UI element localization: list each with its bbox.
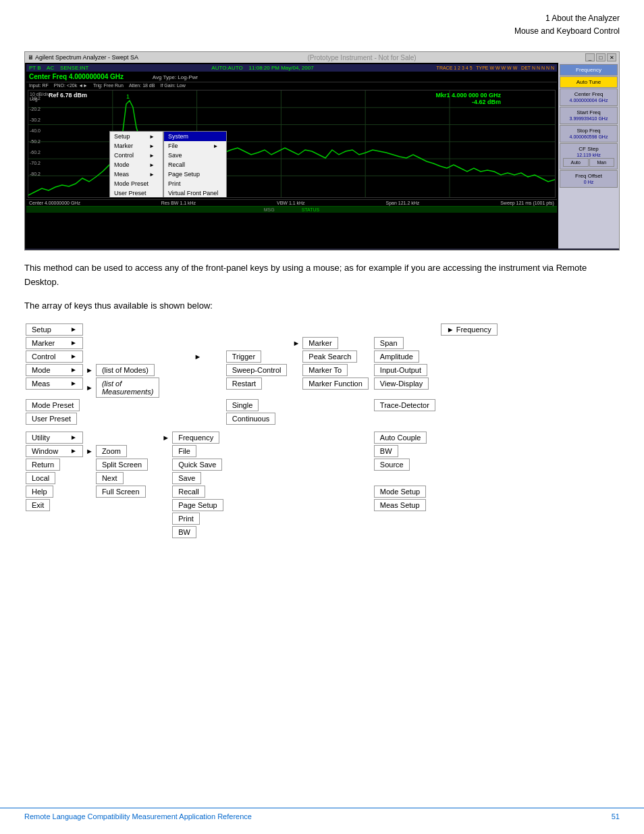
cell-file: File: [171, 444, 225, 458]
key-bw[interactable]: BW: [172, 526, 196, 538]
cell-help: Help: [24, 485, 84, 498]
ctx-page-setup[interactable]: Page Setup: [164, 170, 226, 179]
status-bar: MSG STATUS: [26, 206, 557, 213]
row-control: Control ► ► Trigger Peak Search Amplitud…: [24, 350, 499, 363]
ctx-system[interactable]: System: [164, 132, 226, 141]
key-exit[interactable]: Exit: [26, 499, 50, 511]
key-array-diagram: Setup ► ► Frequency Marker ► ► Marker: [24, 323, 620, 550]
cell-return: Return: [24, 458, 84, 471]
sidebar-stop-freq[interactable]: Stop Freq4.000060598 GHz: [560, 125, 618, 142]
sidebar-cf-auto[interactable]: Auto: [563, 158, 589, 167]
ctx-setup[interactable]: Setup ►: [110, 132, 163, 141]
svg-text:-50.2: -50.2: [30, 139, 41, 144]
key-return[interactable]: Return: [26, 459, 60, 471]
key-page-setup[interactable]: Page Setup: [172, 499, 223, 511]
key-mode-preset[interactable]: Mode Preset: [26, 399, 80, 411]
key-continuous[interactable]: Continuous: [226, 413, 276, 425]
cell-span: Span: [373, 336, 437, 350]
key-utility[interactable]: Utility ►: [26, 432, 83, 444]
sidebar-auto-tune[interactable]: Auto Tune: [560, 76, 618, 88]
key-quick-save[interactable]: Quick Save: [172, 459, 222, 471]
ctx-print[interactable]: Print: [164, 179, 226, 188]
key-marker-function[interactable]: Marker Function: [302, 377, 368, 390]
key-full-screen[interactable]: Full Screen: [96, 486, 146, 498]
key-setup[interactable]: Setup ►: [26, 323, 83, 336]
row-user-preset: User Preset Continuous: [24, 412, 499, 425]
key-split-screen[interactable]: Split Screen: [96, 459, 148, 471]
row-setup: Setup ► ► Frequency: [24, 323, 499, 336]
close-btn[interactable]: ✕: [607, 53, 616, 61]
key-bw-right[interactable]: BW: [374, 445, 398, 457]
ctx-user-preset[interactable]: User Preset: [110, 188, 163, 198]
sidebar-center-freq[interactable]: Center Freq4.000000004 GHz: [560, 88, 618, 106]
cell-meas: Meas ►: [24, 377, 84, 398]
bottom-bar: Center 4.00000000 GHz Res BW 1.1 kHz VBW…: [26, 199, 557, 206]
ctx-marker[interactable]: Marker ►: [110, 141, 163, 151]
key-meas[interactable]: Meas ►: [26, 377, 83, 390]
key-zoom[interactable]: Zoom: [96, 445, 127, 457]
minimize-btn[interactable]: _: [585, 53, 595, 61]
key-single[interactable]: Single: [226, 399, 259, 411]
cell-bw: BW: [171, 525, 225, 539]
key-source[interactable]: Source: [374, 459, 410, 471]
key-auto-couple[interactable]: Auto Couple: [374, 432, 427, 444]
sidebar-frequency[interactable]: Frequency: [560, 64, 618, 76]
cell-window: Window ►: [24, 444, 84, 458]
cell-marker: Marker ►: [24, 336, 84, 350]
key-meas-setup[interactable]: Meas Setup: [374, 499, 426, 511]
key-local[interactable]: Local: [26, 472, 55, 484]
key-next[interactable]: Next: [96, 472, 124, 484]
svg-text:1: 1: [126, 93, 130, 100]
key-window[interactable]: Window ►: [26, 445, 83, 457]
ifgain-info: If Gain: Low: [160, 83, 185, 88]
key-view-display[interactable]: View-Display: [374, 377, 429, 390]
key-restart[interactable]: Restart: [226, 377, 262, 390]
ctx-mode[interactable]: Mode ►: [110, 160, 163, 170]
key-marker[interactable]: Marker ►: [26, 337, 83, 349]
key-print[interactable]: Print: [172, 513, 200, 525]
maximize-btn[interactable]: □: [596, 53, 606, 61]
cell-trigger: Trigger: [225, 350, 289, 363]
key-frequency-right[interactable]: ► Frequency: [441, 323, 498, 336]
key-mode-setup[interactable]: Mode Setup: [374, 486, 426, 498]
key-span[interactable]: Span: [374, 337, 404, 349]
key-recall[interactable]: Recall: [172, 486, 205, 498]
key-control[interactable]: Control ►: [26, 350, 83, 363]
analyzer-sidebar: Frequency Auto Tune Center Freq4.0000000…: [558, 63, 619, 249]
cell-trace-detector: Trace-Detector: [373, 398, 437, 412]
key-marker-to[interactable]: Marker To: [302, 364, 348, 376]
key-mode[interactable]: Mode ►: [26, 364, 83, 376]
cell-trigger-arrow: ►: [171, 350, 225, 363]
cell-marker-arrow: ►: [291, 336, 301, 350]
ctx-menu-utility: System File ► Save Recall Page Setup Pri…: [163, 131, 227, 198]
ctx-virtual-front[interactable]: Virtual Front Panel: [164, 188, 226, 198]
key-marker-sub[interactable]: Marker: [302, 337, 338, 349]
key-trigger[interactable]: Trigger: [226, 350, 261, 363]
page-footer: Remote Language Compatibility Measuremen…: [0, 808, 644, 820]
key-utility-frequency[interactable]: Frequency: [172, 432, 219, 444]
ctx-control[interactable]: Control ►: [110, 151, 163, 160]
key-sweep-control[interactable]: Sweep-Control: [226, 364, 288, 376]
cell-window-arrow: ►: [84, 444, 95, 458]
key-peak-search[interactable]: Peak Search: [302, 350, 357, 363]
key-user-preset[interactable]: User Preset: [26, 413, 77, 425]
ctx-meas[interactable]: Meas ►: [110, 170, 163, 179]
sidebar-cf-step[interactable]: CF Step12.119 kHz Auto Man: [560, 143, 618, 170]
ctx-mode-preset[interactable]: Mode Preset: [110, 179, 163, 188]
key-save[interactable]: Save: [172, 472, 201, 484]
key-file[interactable]: File: [172, 445, 196, 457]
trace-info: TRACE 1 2 3 4 5 TYPE W W W W W DET N N N…: [437, 66, 554, 70]
ctx-menu-main: Setup ► Marker ► Control ► Mode ► Meas ►…: [109, 131, 163, 198]
ctx-save[interactable]: Save: [164, 151, 226, 160]
key-amplitude[interactable]: Amplitude: [374, 350, 419, 363]
key-trace-detector[interactable]: Trace-Detector: [374, 399, 435, 411]
sidebar-freq-offset[interactable]: Freq Offset0 Hz: [560, 170, 618, 188]
cell-auto-couple: Auto Couple: [373, 431, 437, 444]
ctx-recall[interactable]: Recall: [164, 160, 226, 170]
key-input-output[interactable]: Input-Output: [374, 364, 427, 376]
ctx-file[interactable]: File ►: [164, 141, 226, 151]
spacer-row: [24, 425, 499, 431]
sidebar-cf-man[interactable]: Man: [589, 158, 615, 167]
sidebar-start-freq[interactable]: Start Freq3.999939410 GHz: [560, 107, 618, 124]
key-help[interactable]: Help: [26, 486, 53, 498]
